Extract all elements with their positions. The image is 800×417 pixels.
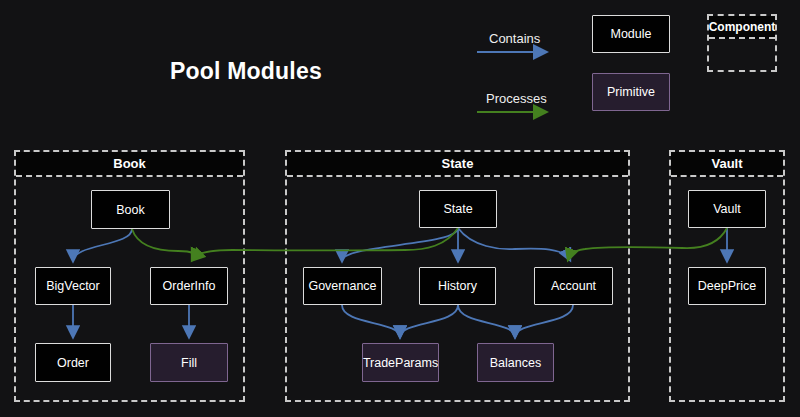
node-bigvector: BigVector [35, 267, 111, 305]
node-governance-label: Governance [308, 279, 376, 293]
node-tradeparams: TradeParams [362, 343, 439, 382]
pool-modules-diagram: Pool Modules Contains Processes Module P… [0, 0, 800, 417]
node-deepprice-label: DeepPrice [698, 279, 756, 293]
node-bigvector-label: BigVector [46, 279, 100, 293]
node-history-label: History [438, 279, 477, 293]
legend-primitive-label: Primitive [607, 85, 655, 99]
node-deepprice: DeepPrice [688, 267, 766, 305]
node-tradeparams-label: TradeParams [363, 356, 438, 370]
node-order: Order [35, 343, 111, 382]
node-book-label: Book [116, 203, 145, 217]
container-vault-title: Vault [671, 152, 783, 177]
page-title: Pool Modules [170, 58, 322, 85]
node-account-label: Account [551, 279, 596, 293]
legend-processes-label: Processes [486, 91, 547, 106]
node-balances: Balances [477, 343, 554, 382]
container-state-title: State [287, 152, 628, 177]
node-book: Book [91, 190, 170, 229]
node-history: History [419, 267, 496, 305]
node-orderinfo-label: OrderInfo [163, 279, 216, 293]
node-fill-label: Fill [181, 356, 197, 370]
legend-primitive-box: Primitive [592, 73, 670, 111]
node-vault: Vault [688, 190, 766, 228]
node-account: Account [534, 267, 613, 305]
node-fill: Fill [150, 343, 228, 382]
node-governance: Governance [303, 267, 382, 305]
legend-component-box: Component [707, 14, 777, 72]
node-order-label: Order [57, 356, 89, 370]
legend-module-box: Module [592, 15, 670, 53]
legend-contains-label: Contains [489, 31, 540, 46]
legend-component-label: Component [709, 16, 775, 39]
node-orderinfo: OrderInfo [150, 267, 228, 305]
node-balances-label: Balances [490, 356, 541, 370]
container-book-title: Book [16, 152, 243, 177]
node-vault-label: Vault [713, 202, 741, 216]
node-state-label: State [443, 202, 472, 216]
legend-module-label: Module [611, 27, 652, 41]
node-state: State [419, 190, 497, 228]
